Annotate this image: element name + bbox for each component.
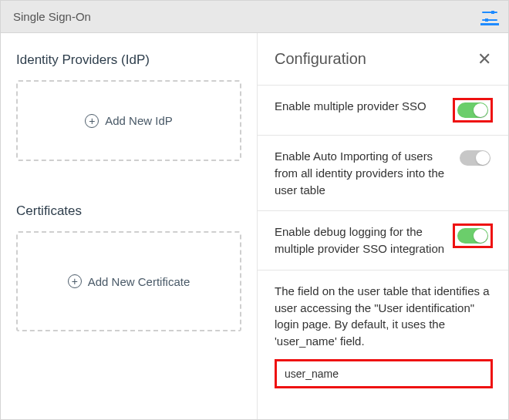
toggle-knob (474, 229, 487, 243)
close-icon[interactable]: ✕ (477, 51, 491, 68)
page-title: Single Sign-On (13, 10, 91, 23)
configuration-panel: Configuration ✕ Enable multiple provider… (258, 33, 508, 419)
svg-rect-2 (491, 11, 494, 14)
auto-import-label: Enable Auto Importing of users from all … (275, 148, 450, 198)
auto-import-toggle-wrap (457, 148, 493, 168)
config-title: Configuration (275, 50, 366, 68)
debug-log-label: Enable debug logging for the multiple pr… (275, 223, 445, 257)
config-row-debug-log: Enable debug logging for the multiple pr… (258, 211, 508, 270)
idp-section-title: Identity Providers (IdP) (16, 52, 241, 68)
config-header: Configuration ✕ (258, 33, 508, 86)
user-field-input[interactable] (275, 359, 493, 388)
add-idp-button[interactable]: + Add New IdP (16, 80, 241, 161)
add-cert-label: Add New Certificate (88, 275, 190, 288)
user-field-description: The field on the user table that identif… (275, 283, 493, 350)
toggle-knob (476, 151, 490, 165)
debug-log-toggle[interactable] (457, 228, 488, 244)
content-area: Identity Providers (IdP) + Add New IdP C… (1, 33, 508, 419)
toggle-knob (474, 103, 487, 117)
debug-log-toggle-highlight (453, 223, 493, 248)
add-idp-label: Add New IdP (105, 114, 173, 127)
plus-circle-icon: + (85, 114, 99, 128)
enable-sso-toggle-highlight (453, 98, 493, 123)
left-column: Identity Providers (IdP) + Add New IdP C… (1, 33, 258, 419)
page-header: Single Sign-On (1, 1, 508, 33)
config-row-enable-sso: Enable multiple provider SSO (258, 86, 508, 136)
plus-circle-icon: + (68, 274, 82, 288)
config-row-auto-import: Enable Auto Importing of users from all … (258, 136, 508, 211)
add-cert-button[interactable]: + Add New Certificate (16, 231, 241, 331)
settings-sliders-icon[interactable] (480, 8, 499, 25)
enable-sso-label: Enable multiple provider SSO (275, 98, 445, 115)
enable-sso-toggle[interactable] (457, 102, 488, 118)
auto-import-toggle[interactable] (460, 150, 490, 166)
cert-section-title: Certificates (16, 203, 241, 219)
svg-rect-3 (485, 18, 488, 22)
config-row-user-field: The field on the user table that identif… (258, 270, 508, 401)
